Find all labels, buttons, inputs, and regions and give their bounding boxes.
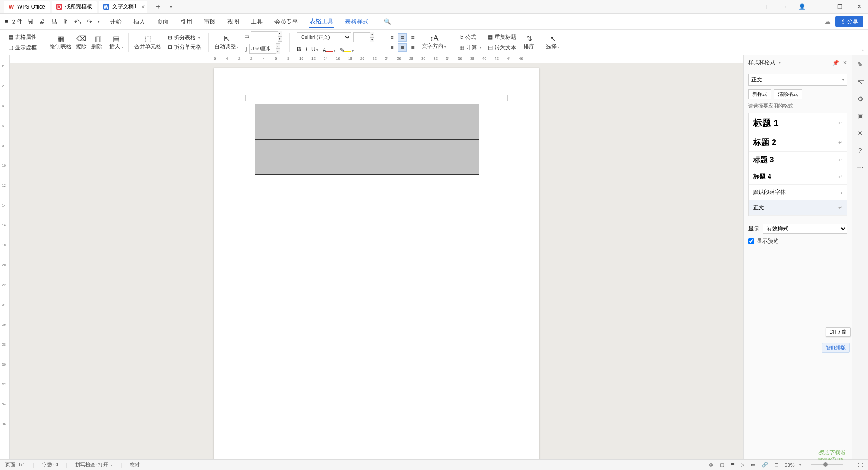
new-tab-button[interactable]: ＋ [152,2,165,11]
align-left-icon[interactable]: ≡ [387,43,396,52]
merge-cells-icon[interactable]: ⬚ [134,34,161,43]
preview-checkbox[interactable] [748,238,754,244]
menu-page[interactable]: 页面 [156,16,170,28]
italic-button[interactable]: I [306,46,307,52]
menu-reference[interactable]: 引用 [179,16,193,28]
show-filter-select[interactable]: 有效样式 [763,224,847,234]
rail-collapse-icon[interactable]: — [858,76,864,84]
web-layout-icon[interactable]: ▭ [751,462,755,468]
outline-icon[interactable]: ≣ [731,462,735,468]
proof-status[interactable]: 校对 [130,461,140,468]
redo-icon[interactable]: ↷ [87,18,92,25]
menu-start[interactable]: 开始 [109,16,123,28]
panel-title-caret[interactable]: ▾ [779,61,781,65]
link-icon[interactable]: 🔗 [762,462,768,468]
panel-close-icon[interactable]: ✕ [843,60,847,66]
export-icon[interactable]: 🖨 [39,18,45,25]
style-item-body[interactable]: 正文↵ [749,200,847,216]
align-bottom-icon[interactable]: ≡ [408,33,417,42]
pencil-icon[interactable]: ✎ [857,61,863,69]
formula-button[interactable]: fx 公式 [458,33,483,42]
tab-menu-caret[interactable]: ▾ [167,4,175,9]
split-cell-button[interactable]: ⊞拆分单元格 [166,42,203,52]
style-item-h3[interactable]: 标题 3↵ [749,152,847,169]
eraser-icon[interactable]: ⌫ [76,34,87,43]
more-icon[interactable]: ⋯ [857,163,863,171]
menu-tools[interactable]: 工具 [250,16,264,28]
style-item-h4[interactable]: 标题 4↵ [749,169,847,185]
font-size-input[interactable]: ▴▾ [353,32,374,42]
focus-mode-icon[interactable]: ◎ [709,462,713,468]
share-button[interactable]: ⇪ 分享 [835,16,863,27]
zoom-out-icon[interactable]: − [805,462,807,468]
close-window-icon[interactable]: ✕ [854,3,864,10]
tab-template[interactable]: D 找稻壳模板 [52,1,97,13]
collapse-ribbon-icon[interactable]: ⌃ [861,49,864,54]
window-layout-icon[interactable]: ◫ [759,3,769,10]
insert-icon[interactable]: ▤ [109,34,123,43]
align-middle-icon[interactable]: ≡ [398,33,407,42]
text-direction-icon[interactable]: ↕A [422,34,446,42]
draw-table-icon[interactable]: ▦ [50,34,71,43]
autofit-icon[interactable]: ⇱ [214,34,239,43]
col-width-input[interactable]: ▴▾ [249,43,280,54]
repeat-header-button[interactable]: ▦重复标题 [486,33,518,42]
row-height-input[interactable]: ▴▾ [251,31,282,42]
zoom-slider[interactable] [811,464,843,465]
minimize-icon[interactable]: — [816,3,826,10]
word-count[interactable]: 字数: 0 [42,461,58,468]
align-top-icon[interactable]: ≡ [387,33,396,42]
menu-table-style[interactable]: 表格样式 [344,16,369,28]
highlight-button[interactable]: ✎▾ [340,45,354,53]
align-right-icon[interactable]: ≡ [408,43,417,52]
menu-review[interactable]: 审阅 [203,16,217,28]
menu-table-tools[interactable]: 表格工具 [309,15,334,28]
align-center-icon[interactable]: ≡ [398,43,407,52]
menu-member[interactable]: 会员专享 [274,16,299,28]
tab-close-icon[interactable]: × [141,3,145,10]
tools-icon[interactable]: ✕ [857,129,863,137]
style-item-h2[interactable]: 标题 2↵ [749,133,847,152]
sort-icon[interactable]: ⇅ [524,34,534,43]
zoom-in-icon[interactable]: ＋ [846,461,851,468]
document-table[interactable] [255,104,479,175]
show-border-button[interactable]: ▢显示虚框 [6,43,38,52]
delete-icon[interactable]: ▥ [91,34,105,43]
select-cursor-icon[interactable]: ↖ [546,34,559,43]
zoom-value[interactable]: 90% [785,462,795,468]
split-table-button[interactable]: ⊟拆分表格▾ [166,33,203,42]
to-text-button[interactable]: ▤转为文本 [486,43,518,52]
user-icon[interactable]: 👤 [797,3,807,10]
pin-icon[interactable]: 📌 [832,60,839,66]
document-area[interactable]: 6422468101214161820222426283032343638404… [10,55,743,459]
cloud-icon[interactable]: ☁ [824,17,831,26]
tab-wps-home[interactable]: W WPS Office [4,1,50,13]
gallery-icon[interactable]: ▣ [857,112,863,120]
print-preview-icon[interactable]: 🗎 [62,18,69,25]
menu-insert[interactable]: 插入 [132,16,146,28]
table-properties-button[interactable]: ▦表格属性 [6,33,38,42]
style-item-def[interactable]: 默认段落字体a [749,185,847,200]
search-icon[interactable]: 🔍 [384,18,391,25]
clear-format-button[interactable]: 清除格式 [774,89,802,99]
save-icon[interactable]: 🖫 [27,18,33,25]
page-counter[interactable]: 页面: 1/1 [5,461,25,468]
underline-button[interactable]: U▾ [311,46,318,52]
undo-icon[interactable]: ↶▾ [74,18,81,25]
print-layout-icon[interactable]: ▢ [720,462,724,468]
settings-sliders-icon[interactable]: ⚙ [857,95,863,103]
font-color-button[interactable]: A▾ [323,45,335,53]
bold-button[interactable]: B [297,46,301,52]
new-style-button[interactable]: 新样式 [748,89,771,99]
preview-checkbox-row[interactable]: 显示预览 [748,237,847,245]
help-icon[interactable]: ? [858,146,862,154]
calc-button[interactable]: ▦计算▾ [458,43,483,52]
tab-document[interactable]: W 文字文稿1 × [99,1,148,13]
smart-layout-badge[interactable]: 智能排版 [822,343,850,352]
file-menu[interactable]: ≡ 文件 [5,18,23,26]
current-style-select[interactable]: 正文 ▾ [748,74,847,86]
qa-caret-icon[interactable]: ▾ [98,19,100,24]
fullscreen-icon[interactable]: ⛶ [858,462,863,468]
font-select[interactable]: Calibri (正文) [297,32,351,42]
reading-icon[interactable]: ▷ [741,462,745,468]
